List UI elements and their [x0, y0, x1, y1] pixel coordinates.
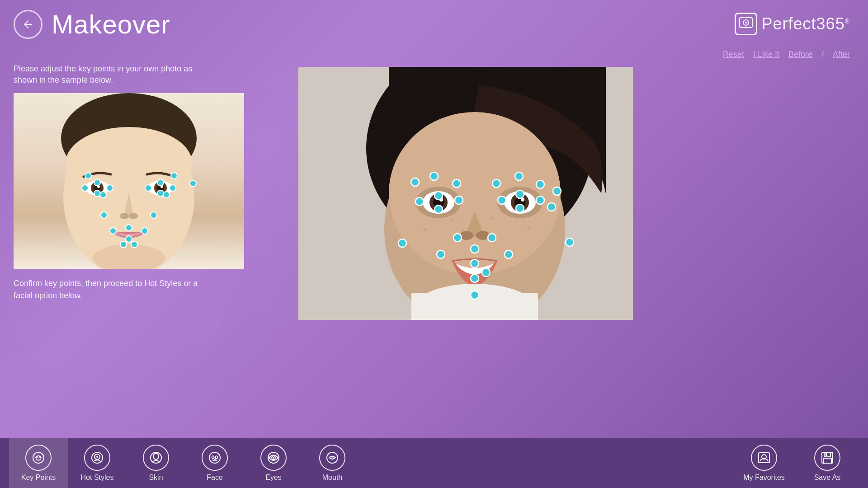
svg-point-28: [157, 190, 164, 197]
svg-point-27: [170, 185, 176, 191]
toolbar-items-left: Key Points Hot Styles: [9, 438, 362, 488]
my-favorites-label: My Favorites: [743, 474, 785, 482]
svg-point-87: [505, 250, 513, 258]
left-panel: Please adjust the key points in your own…: [14, 63, 267, 302]
svg-point-62: [527, 225, 531, 229]
hot-styles-icon: [84, 445, 110, 471]
svg-point-94: [39, 456, 41, 459]
toolbar-item-face[interactable]: Face: [185, 438, 244, 488]
svg-point-31: [171, 173, 177, 179]
after-link[interactable]: After: [833, 50, 850, 59]
svg-point-22: [107, 185, 113, 191]
svg-point-33: [101, 212, 107, 218]
svg-point-36: [126, 225, 132, 231]
svg-point-69: [515, 172, 523, 180]
skin-icon: [143, 445, 169, 471]
toolbar-item-skin[interactable]: Skin: [127, 438, 185, 488]
svg-point-61: [423, 228, 427, 231]
svg-point-98: [151, 452, 161, 463]
svg-point-72: [415, 197, 424, 206]
svg-point-83: [398, 239, 406, 247]
mouth-icon: [319, 445, 345, 471]
key-points-icon: [25, 445, 52, 471]
svg-point-26: [157, 179, 164, 186]
main-photo-image: [298, 67, 633, 320]
toolbar-item-my-favorites[interactable]: My Favorites: [732, 438, 796, 488]
svg-point-38: [126, 236, 132, 242]
svg-point-71: [553, 187, 561, 195]
svg-point-20: [82, 185, 88, 191]
svg-point-34: [151, 212, 157, 218]
save-as-icon: [814, 445, 840, 471]
key-points-label: Key Points: [21, 474, 56, 482]
svg-point-39: [120, 241, 127, 248]
i-like-it-link[interactable]: I Like It: [753, 50, 779, 59]
before-after-separator: /: [821, 50, 824, 59]
toolbar-item-eyes[interactable]: Eyes: [244, 438, 303, 488]
svg-point-85: [437, 250, 445, 258]
sample-photo: [14, 93, 244, 269]
face-label: Face: [207, 474, 223, 482]
eyes-label: Eyes: [265, 474, 282, 482]
svg-point-23: [94, 190, 100, 197]
svg-point-65: [411, 178, 419, 186]
before-link[interactable]: Before: [788, 50, 812, 59]
svg-point-80: [516, 204, 524, 212]
my-favorites-icon: [751, 445, 777, 471]
toolbar-item-hot-styles[interactable]: Hot Styles: [68, 438, 127, 488]
toolbar-item-save-as[interactable]: Save As: [796, 438, 859, 488]
svg-rect-113: [823, 458, 831, 463]
svg-point-74: [455, 196, 463, 204]
svg-point-67: [453, 179, 461, 188]
svg-point-90: [471, 274, 479, 282]
back-button[interactable]: [14, 10, 42, 39]
svg-point-58: [460, 215, 462, 217]
reset-link[interactable]: Reset: [723, 50, 744, 59]
svg-point-60: [501, 211, 503, 212]
svg-point-78: [536, 196, 544, 204]
instruction-text: Please adjust the key points in your own…: [14, 63, 267, 86]
svg-point-24: [100, 192, 106, 198]
svg-point-35: [110, 228, 116, 234]
svg-point-57: [451, 219, 453, 222]
svg-point-37: [142, 228, 148, 234]
svg-point-29: [163, 192, 170, 198]
svg-point-81: [453, 234, 462, 242]
mouth-label: Mouth: [322, 474, 342, 482]
svg-point-91: [471, 291, 479, 299]
main-photo[interactable]: [298, 67, 633, 320]
svg-point-2: [745, 22, 747, 23]
svg-point-99: [153, 453, 159, 460]
svg-point-82: [488, 234, 496, 242]
svg-point-21: [94, 179, 100, 186]
toolbar-items-right: My Favorites Save As: [732, 438, 859, 488]
skin-label: Skin: [149, 474, 163, 482]
svg-point-32: [190, 180, 196, 187]
face-icon: [202, 445, 228, 471]
sample-photo-container: [14, 93, 244, 269]
svg-point-106: [273, 457, 274, 459]
svg-point-66: [430, 172, 438, 180]
svg-point-25: [145, 185, 151, 191]
svg-point-70: [536, 180, 544, 188]
logo-icon: [735, 13, 757, 35]
header: Makeover: [14, 9, 170, 39]
svg-point-89: [482, 268, 490, 277]
toolbar-item-mouth[interactable]: Mouth: [303, 438, 362, 488]
svg-point-18: [129, 213, 138, 219]
svg-point-76: [498, 196, 506, 204]
svg-point-73: [434, 192, 443, 200]
action-links: Reset I Like It Before / After: [723, 50, 850, 59]
svg-point-92: [33, 452, 44, 463]
svg-point-88: [471, 259, 479, 267]
toolbar-item-key-points[interactable]: Key Points: [9, 438, 68, 488]
svg-point-84: [566, 238, 574, 246]
svg-rect-112: [826, 452, 827, 456]
svg-point-93: [36, 456, 38, 459]
svg-point-40: [131, 241, 137, 248]
svg-point-79: [547, 203, 556, 211]
svg-point-17: [120, 213, 129, 219]
svg-point-30: [85, 173, 91, 179]
page-title: Makeover: [52, 9, 170, 39]
hot-styles-label: Hot Styles: [81, 474, 114, 482]
